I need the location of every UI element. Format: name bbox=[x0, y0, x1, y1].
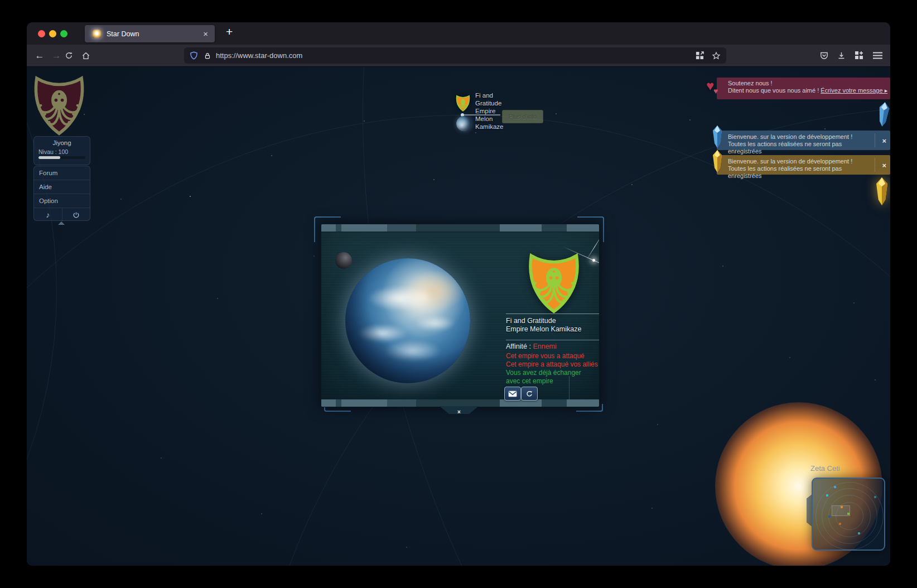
hearts-icon: ♥♥ bbox=[706, 78, 714, 94]
sidebar-collapse-caret-icon[interactable] bbox=[58, 221, 65, 225]
power-icon bbox=[73, 211, 80, 219]
mail-icon bbox=[508, 391, 517, 397]
empire-crest-octopus-icon bbox=[526, 250, 582, 314]
star-name-label: Zeta Ceti bbox=[810, 464, 840, 473]
support-body: Ditent nous que vous nous aimé ! bbox=[728, 87, 821, 94]
level-label: Nivau : 100 bbox=[38, 148, 90, 155]
extensions-icon[interactable] bbox=[851, 47, 867, 63]
yellow-gem-icon bbox=[874, 177, 890, 205]
close-window-button[interactable] bbox=[38, 30, 45, 37]
desktop-background: Star Down × + ← → bbox=[0, 0, 917, 588]
back-icon[interactable]: ← bbox=[31, 50, 48, 61]
more-info-button[interactable]: Plus d'info bbox=[502, 110, 543, 123]
modal-empire-name: Fi and Gratitude bbox=[506, 317, 581, 325]
modal-top-bar bbox=[321, 224, 599, 232]
game-viewport: Zeta Ceti Jiyong Nivau : 100 Forum Ai bbox=[27, 67, 890, 566]
pocket-icon[interactable] bbox=[816, 47, 832, 63]
minimap-orbit-ring bbox=[815, 482, 884, 550]
notice-line2: Toutes les actions réalisées ne seront p… bbox=[728, 141, 873, 155]
lock-icon[interactable] bbox=[204, 51, 211, 60]
planet-info-modal: Fi and Gratitude Empire Melon Kamikaze A… bbox=[314, 215, 605, 417]
banner-divider bbox=[875, 133, 875, 147]
modal-panel: Fi and Gratitude Empire Melon Kamikaze A… bbox=[321, 224, 600, 407]
lens-flare bbox=[592, 259, 595, 262]
blue-gem-icon bbox=[875, 101, 890, 128]
refresh-exchange-icon bbox=[525, 390, 533, 398]
navigation-toolbar: ← → bbox=[27, 45, 890, 67]
affinity-label: Affinité : bbox=[506, 343, 531, 350]
blue-gem-icon bbox=[711, 125, 723, 148]
close-icon[interactable]: × bbox=[882, 161, 886, 168]
starfield bbox=[27, 67, 28, 68]
divider bbox=[506, 314, 600, 314]
status-attacked-you: Cet empire vous a attaqué bbox=[506, 352, 598, 360]
tab-title: Star Down bbox=[107, 30, 203, 38]
menu-hamburger-icon[interactable] bbox=[870, 47, 885, 63]
marker-planet[interactable] bbox=[456, 116, 471, 131]
download-icon[interactable] bbox=[833, 47, 849, 63]
sidebar-item-forum[interactable]: Forum bbox=[34, 166, 90, 180]
banner-divider bbox=[875, 158, 875, 172]
modal-empire-subtitle: Empire Melon Kamikaze bbox=[506, 325, 581, 334]
minimap-dot bbox=[858, 532, 860, 534]
minimap[interactable] bbox=[812, 478, 885, 551]
empire-name: Fi and Gratitude bbox=[475, 91, 504, 107]
send-message-button[interactable] bbox=[504, 387, 521, 401]
status-traded: Vous avez déjà échanger avec cet empire bbox=[506, 369, 590, 385]
new-tab-button[interactable]: + bbox=[221, 25, 237, 39]
tab-close-icon[interactable]: × bbox=[203, 29, 208, 38]
support-title: Soutenez nous ! bbox=[728, 80, 890, 87]
divider bbox=[569, 376, 569, 399]
close-icon[interactable]: × bbox=[882, 137, 886, 144]
support-message-link[interactable]: Écrivez votre message ▸ bbox=[821, 87, 887, 94]
modal-close-button[interactable]: × bbox=[440, 406, 479, 414]
trade-exchange-button[interactable] bbox=[521, 387, 538, 401]
url-text[interactable]: https://www.star-down.com bbox=[216, 51, 690, 60]
tracking-protection-shield-icon[interactable] bbox=[190, 51, 198, 60]
browser-window: Star Down × + ← → bbox=[27, 22, 890, 566]
planet-earth bbox=[345, 258, 470, 383]
logout-power-button[interactable] bbox=[62, 208, 90, 221]
forward-icon[interactable]: → bbox=[48, 50, 65, 61]
minimap-dot bbox=[841, 506, 843, 508]
reload-icon[interactable] bbox=[65, 51, 81, 60]
support-banner: Soutenez nous ! Ditent nous que vous nou… bbox=[717, 78, 890, 99]
sidebar-item-option[interactable]: Option bbox=[34, 194, 90, 208]
notice-line1: Bienvenue. sur la version de développeme… bbox=[728, 133, 873, 141]
minimap-dot bbox=[826, 494, 828, 497]
level-progress-bar bbox=[38, 156, 85, 159]
close-icon: × bbox=[457, 409, 461, 415]
player-panel: Jiyong Nivau : 100 bbox=[33, 136, 90, 165]
page-tiles-icon[interactable] bbox=[696, 51, 704, 60]
affinity-value: Ennemi bbox=[533, 343, 556, 350]
favicon-star-icon bbox=[93, 30, 101, 38]
marker-connector-line bbox=[464, 114, 500, 115]
yellow-gem-icon bbox=[711, 150, 723, 173]
sidebar-item-aide[interactable]: Aide bbox=[34, 180, 90, 194]
zoom-window-button[interactable] bbox=[60, 30, 67, 37]
music-toggle-button[interactable]: ♪ bbox=[34, 208, 62, 221]
empire-crest-mini-icon bbox=[456, 94, 470, 112]
notice-line2: Toutes les actions réalisées ne seront p… bbox=[728, 165, 873, 180]
status-attacked-allies: Cet empire a attaqué vos alliés bbox=[506, 360, 598, 369]
modal-bottom-bar bbox=[321, 399, 599, 407]
level-progress-fill bbox=[38, 156, 60, 159]
player-name: Jiyong bbox=[34, 139, 90, 146]
dev-notice-banner-orange: Bienvenue. sur la version de développeme… bbox=[717, 155, 890, 175]
player-empire-crest-octopus-icon bbox=[31, 73, 87, 136]
home-icon[interactable] bbox=[81, 51, 98, 60]
minimap-dot bbox=[834, 486, 836, 488]
minimap-dot bbox=[839, 523, 841, 525]
url-bar[interactable]: https://www.star-down.com bbox=[184, 47, 726, 64]
minimize-window-button[interactable] bbox=[49, 30, 56, 37]
music-note-icon: ♪ bbox=[46, 210, 50, 219]
tab-star-down[interactable]: Star Down × bbox=[85, 25, 215, 42]
notice-line1: Bienvenue. sur la version de développeme… bbox=[728, 158, 873, 165]
empire-subtitle: Empire Melon Kamikaze bbox=[475, 107, 504, 131]
empire-marker-name: Fi and Gratitude Empire Melon Kamikaze bbox=[475, 91, 504, 131]
sidebar-menu: Forum Aide Option ♪ bbox=[33, 166, 90, 221]
divider bbox=[506, 340, 600, 340]
minimap-dot bbox=[847, 513, 850, 515]
bookmark-star-icon[interactable] bbox=[712, 51, 721, 60]
dev-notice-banner-blue: Bienvenue. sur la version de développeme… bbox=[717, 131, 890, 150]
